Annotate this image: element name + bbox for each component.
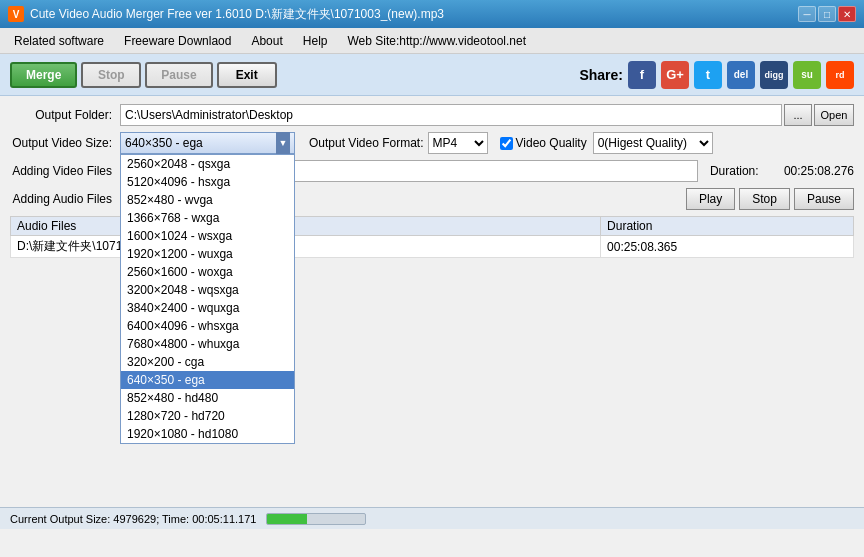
list-item-selected[interactable]: 640×350 - ega <box>121 371 294 389</box>
video-size-selected: 640×350 - ega <box>125 136 203 150</box>
main-content: Output Folder: ... Open Output Video Siz… <box>0 96 864 266</box>
output-folder-row: Output Folder: ... Open <box>10 104 854 126</box>
list-item[interactable]: 6400×4096 - whsxga <box>121 317 294 335</box>
audio-file-cell: D:\新建文件夹\1071 <box>11 236 601 258</box>
list-item[interactable]: 1920×1080 - hd1080 <box>121 425 294 443</box>
format-select[interactable]: MP4 AVI MKV <box>428 132 488 154</box>
list-item[interactable]: 7680×4800 - whuxga <box>121 335 294 353</box>
video-duration-label: Duration: <box>710 164 780 178</box>
list-item[interactable]: 1920×1200 - wuxga <box>121 245 294 263</box>
player-pause-button[interactable]: Pause <box>794 188 854 210</box>
list-item[interactable]: 3200×2048 - wqsxga <box>121 281 294 299</box>
title-bar: V Cute Video Audio Merger Free ver 1.601… <box>0 0 864 28</box>
list-item[interactable]: 3840×2400 - wquxga <box>121 299 294 317</box>
window-controls: ─ □ ✕ <box>798 6 856 22</box>
list-item[interactable]: 852×480 - wvga <box>121 191 294 209</box>
play-button[interactable]: Play <box>686 188 735 210</box>
video-size-dropdown-btn[interactable]: 640×350 - ega ▼ <box>120 132 295 154</box>
pause-button[interactable]: Pause <box>145 62 212 88</box>
close-button[interactable]: ✕ <box>838 6 856 22</box>
menu-help[interactable]: Help <box>293 31 338 51</box>
digg-icon[interactable]: digg <box>760 61 788 89</box>
minimize-button[interactable]: ─ <box>798 6 816 22</box>
video-size-dropdown-list: 2560×2048 - qsxga 5120×4096 - hsxga 852×… <box>120 154 295 444</box>
menu-about[interactable]: About <box>241 31 292 51</box>
progress-fill <box>267 514 306 524</box>
col-audio-files: Audio Files <box>11 217 601 236</box>
menu-related-software[interactable]: Related software <box>4 31 114 51</box>
player-controls: Play Stop Pause <box>686 188 854 210</box>
dropdown-arrow-icon: ▼ <box>276 132 290 154</box>
menu-website[interactable]: Web Site:http://www.videotool.net <box>337 31 536 51</box>
quality-checkbox[interactable] <box>500 137 513 150</box>
delicious-icon[interactable]: del <box>727 61 755 89</box>
status-text: Current Output Size: 4979629; Time: 00:0… <box>10 513 256 525</box>
app-icon: V <box>8 6 24 22</box>
video-size-label: Output Video Size: <box>10 136 120 150</box>
player-stop-button[interactable]: Stop <box>739 188 790 210</box>
google-plus-icon[interactable]: G+ <box>661 61 689 89</box>
exit-button[interactable]: Exit <box>217 62 277 88</box>
quality-checkbox-label: Video Quality <box>500 136 587 150</box>
format-label: Output Video Format: <box>309 136 424 150</box>
reddit-icon[interactable]: rd <box>826 61 854 89</box>
list-item[interactable]: 1280×720 - hd720 <box>121 407 294 425</box>
list-item[interactable]: 2560×2048 - qsxga <box>121 155 294 173</box>
list-item[interactable]: 852×480 - hd480 <box>121 389 294 407</box>
output-folder-input[interactable] <box>120 104 782 126</box>
open-button[interactable]: Open <box>814 104 854 126</box>
list-item[interactable]: 5120×4096 - hsxga <box>121 173 294 191</box>
video-size-row: Output Video Size: 640×350 - ega ▼ 2560×… <box>10 132 854 154</box>
title-text: Cute Video Audio Merger Free ver 1.6010 … <box>30 6 444 23</box>
share-section: Share: f G+ t del digg su rd <box>579 61 854 89</box>
progress-bar <box>266 513 366 525</box>
audio-duration-cell: 00:25:08.365 <box>601 236 854 258</box>
status-bar: Current Output Size: 4979629; Time: 00:0… <box>0 507 864 529</box>
stumbleupon-icon[interactable]: su <box>793 61 821 89</box>
list-item[interactable]: 1366×768 - wxga <box>121 209 294 227</box>
facebook-icon[interactable]: f <box>628 61 656 89</box>
list-item[interactable]: 2560×1600 - woxga <box>121 263 294 281</box>
share-label: Share: <box>579 67 623 83</box>
quality-select[interactable]: 0(Higest Quality) 1 5 10 <box>593 132 713 154</box>
list-item[interactable]: 320×200 - cga <box>121 353 294 371</box>
menu-freeware-download[interactable]: Freeware Downlaod <box>114 31 241 51</box>
col-duration: Duration <box>601 217 854 236</box>
adding-audio-label: Adding Audio Files <box>10 192 120 206</box>
video-duration-value: 00:25:08.276 <box>784 164 854 178</box>
video-size-dropdown[interactable]: 640×350 - ega ▼ 2560×2048 - qsxga 5120×4… <box>120 132 295 154</box>
merge-button[interactable]: Merge <box>10 62 77 88</box>
browse-button[interactable]: ... <box>784 104 812 126</box>
menu-bar: Related software Freeware Downlaod About… <box>0 28 864 54</box>
output-folder-label: Output Folder: <box>10 108 120 122</box>
list-item[interactable]: 1600×1024 - wsxga <box>121 227 294 245</box>
twitter-icon[interactable]: t <box>694 61 722 89</box>
maximize-button[interactable]: □ <box>818 6 836 22</box>
stop-button[interactable]: Stop <box>81 62 141 88</box>
adding-video-label: Adding Video Files <box>10 164 120 178</box>
toolbar: Merge Stop Pause Exit Share: f G+ t del … <box>0 54 864 96</box>
